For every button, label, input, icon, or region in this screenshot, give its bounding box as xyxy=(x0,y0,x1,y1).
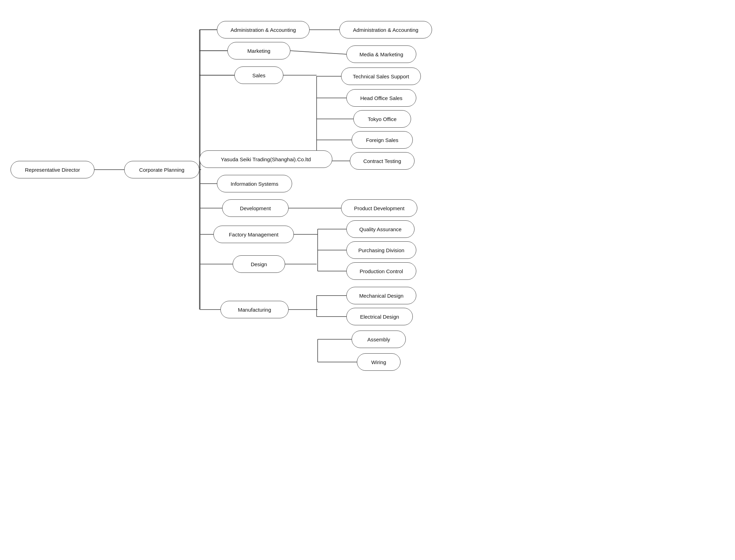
production-control-node: Production Control xyxy=(346,262,416,280)
purchasing-division-node: Purchasing Division xyxy=(346,241,416,259)
mechanical-design-node: Mechanical Design xyxy=(346,287,416,304)
yasuda-node: Yasuda Seiki Trading(Shanghai).Co.ltd xyxy=(199,150,332,168)
tokyo-office-node: Tokyo Office xyxy=(353,110,411,128)
contract-testing-node: Contract Testing xyxy=(350,152,415,170)
corporate-planning-node: Corporate Planning xyxy=(124,161,199,178)
svg-line-23 xyxy=(290,51,346,54)
product-development-node: Product Development xyxy=(341,199,417,217)
manufacturing-node: Manufacturing xyxy=(220,301,289,318)
information-systems-node: Information Systems xyxy=(217,175,292,192)
marketing-node: Marketing xyxy=(227,42,290,59)
factory-management-node: Factory Management xyxy=(213,226,294,243)
development-node: Development xyxy=(222,199,289,217)
technical-sales-support-node: Technical Sales Support xyxy=(341,68,421,85)
quality-assurance-node: Quality Assurance xyxy=(346,220,415,238)
assembly-node: Assembly xyxy=(352,331,406,348)
media-marketing-node: Media & Marketing xyxy=(346,45,416,63)
org-chart: Representative Director Corporate Planni… xyxy=(0,0,735,560)
foreign-sales-node: Foreign Sales xyxy=(352,131,413,149)
administration-accounting-node: Administration & Accounting xyxy=(217,21,310,38)
electrical-design-node: Electrical Design xyxy=(346,308,413,325)
representative-director-node: Representative Director xyxy=(10,161,94,178)
design-node: Design xyxy=(233,255,285,273)
wiring-node: Wiring xyxy=(357,353,401,371)
sales-node: Sales xyxy=(234,66,283,84)
admin-accounting2-node: Administration & Accounting xyxy=(339,21,432,38)
head-office-sales-node: Head Office Sales xyxy=(346,89,416,107)
